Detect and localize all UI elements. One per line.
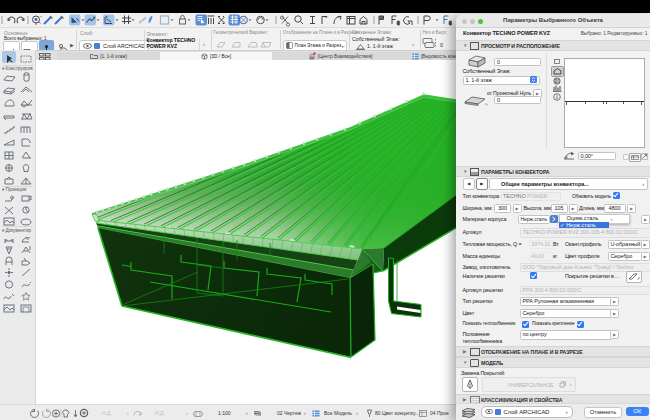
svg-text:6: 6 <box>397 21 400 26</box>
svg-text:6: 6 <box>449 21 452 26</box>
